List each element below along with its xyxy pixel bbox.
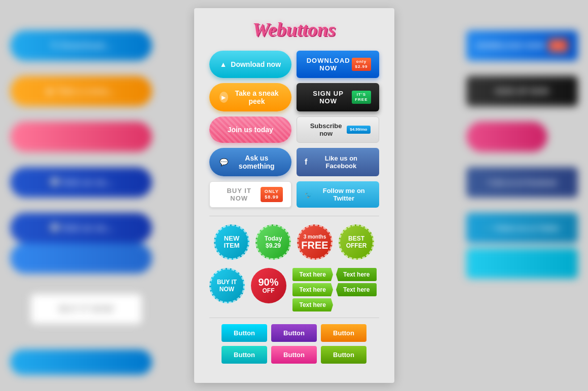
tag-text-5[interactable]: Text here xyxy=(292,298,333,311)
small-buttons-row-2: Button Button Button xyxy=(209,346,379,364)
divider-1 xyxy=(209,216,379,216)
twitter-icon: 🐦 xyxy=(305,191,313,199)
facebook-icon: f xyxy=(305,158,307,167)
tag-text-4[interactable]: Text here xyxy=(336,283,377,296)
small-button-cyan[interactable]: Button xyxy=(222,324,267,342)
buy-it-now-button[interactable]: BUY IT NOW ONLY $8.99 xyxy=(209,181,292,208)
free-months-stamp[interactable]: 3 monthsFREE xyxy=(297,224,333,260)
play-icon: ▶ xyxy=(219,92,229,103)
buy-teal-stamp[interactable]: BUY ITNOW xyxy=(209,268,245,303)
download-now-button[interactable]: ▲ Download now xyxy=(209,51,292,78)
divider-2 xyxy=(209,318,379,318)
tags-left-col: Text here Text here Text here xyxy=(292,268,333,311)
small-button-pink[interactable]: Button xyxy=(271,346,317,364)
tag-text-3[interactable]: Text here xyxy=(292,283,333,296)
small-buttons-row-1: Button Button Button xyxy=(209,324,379,342)
small-button-purple[interactable]: Button xyxy=(271,324,317,342)
signup-button[interactable]: SIGN UP NOW IT'S FREE xyxy=(297,83,379,111)
stamps-row: NEWITEM Today$9.29 3 monthsFREE BESTOFFE… xyxy=(209,224,379,260)
join-us-button[interactable]: Join us today xyxy=(209,116,292,143)
chat-icon: 💬 xyxy=(219,158,228,166)
labels-section: BUY ITNOW 90% OFF Text here Text here Te… xyxy=(209,268,379,311)
download-price-badge: only $2.99 xyxy=(352,58,371,71)
tag-text-2[interactable]: Text here xyxy=(336,268,377,281)
buy-price-badge: ONLY $8.99 xyxy=(261,187,283,202)
download-now-blue-button[interactable]: DOWNLOAD NOW only $2.99 xyxy=(297,51,379,78)
sneak-peek-button[interactable]: ▶ Take a sneak peek xyxy=(209,83,292,111)
small-button-green[interactable]: Button xyxy=(321,346,366,364)
tags-group: Text here Text here Text here Text here … xyxy=(292,268,379,311)
subscribe-button[interactable]: Subscribe now $4.99/mo xyxy=(297,116,379,143)
ask-us-button[interactable]: 💬 Ask us something xyxy=(209,148,292,176)
small-button-teal[interactable]: Button xyxy=(222,346,267,364)
twitter-button[interactable]: 🐦 Follow me on Twitter xyxy=(297,181,379,208)
today-price-stamp[interactable]: Today$9.29 xyxy=(255,224,291,260)
facebook-button[interactable]: f Like us on Facebook xyxy=(297,148,379,176)
small-button-orange[interactable]: Button xyxy=(321,324,366,342)
download-icon: ▲ xyxy=(219,60,227,68)
new-item-stamp[interactable]: NEWITEM xyxy=(214,224,249,260)
ninety-off-stamp[interactable]: 90% OFF xyxy=(251,268,286,303)
best-offer-stamp[interactable]: BESTOFFER xyxy=(339,224,374,260)
tag-text-1[interactable]: Text here xyxy=(292,268,333,281)
page-title: Webuttons xyxy=(209,18,379,41)
main-card: Webuttons ▲ Download now DOWNLOAD NOW on… xyxy=(194,8,394,383)
tags-right-col: Text here Text here xyxy=(336,268,377,311)
signup-badge: IT'S FREE xyxy=(352,91,371,104)
subscribe-badge: $4.99/mo xyxy=(347,126,370,134)
